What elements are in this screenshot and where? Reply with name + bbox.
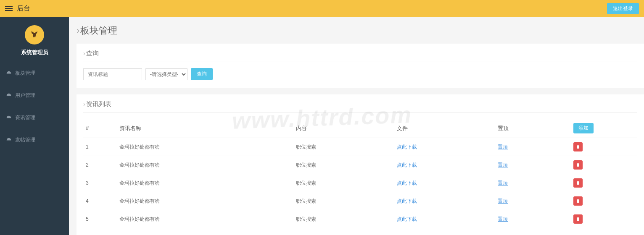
- cell-idx: 2: [83, 156, 117, 174]
- delete-button[interactable]: [573, 178, 583, 188]
- query-panel: ›查询 -请选择类型- 查询: [77, 44, 644, 88]
- cell-idx: 4: [83, 192, 117, 210]
- avatar: [25, 25, 44, 44]
- query-heading: ›查询: [83, 50, 637, 62]
- hamburger-icon[interactable]: [5, 6, 13, 11]
- add-button[interactable]: 添加: [573, 123, 594, 133]
- cell-action: [571, 192, 637, 210]
- cell-top: 置顶: [495, 210, 571, 228]
- delete-button[interactable]: [573, 214, 583, 224]
- page-title: ›板块管理: [77, 24, 644, 37]
- sidebar-item-label: 用户管理: [15, 92, 35, 99]
- cell-top: 置顶: [495, 156, 571, 174]
- sidebar-item-post[interactable]: 发帖管理: [0, 129, 69, 151]
- cell-content: 职位搜索: [293, 156, 394, 174]
- cell-action: [571, 156, 637, 174]
- cell-idx: 5: [83, 210, 117, 228]
- cell-action: [571, 210, 637, 228]
- trash-icon: [575, 144, 581, 149]
- dashboard-icon: [6, 115, 12, 121]
- cell-content: 职位搜索: [293, 138, 394, 156]
- cell-action: [571, 138, 637, 156]
- col-action: 添加: [571, 119, 637, 138]
- top-link[interactable]: 置顶: [498, 198, 508, 204]
- sidebar: 系统管理员 板块管理 用户管理 资讯管理 发帖管理: [0, 17, 69, 235]
- trash-icon: [575, 217, 581, 222]
- cell-idx: 3: [83, 174, 117, 192]
- cell-content: 职位搜索: [293, 174, 394, 192]
- delete-button[interactable]: [573, 196, 583, 206]
- cell-name: 金珂拉好处都有啥: [117, 174, 293, 192]
- table-row: 5金珂拉好处都有啥职位搜索点此下载置顶: [83, 210, 637, 228]
- cell-name: 金珂拉好处都有啥: [117, 138, 293, 156]
- main: ›板块管理 ›查询 -请选择类型- 查询 ›资讯列表 # 资讯名称 内容: [69, 17, 644, 235]
- top-link[interactable]: 置顶: [498, 162, 508, 168]
- cell-file: 点此下载: [394, 174, 495, 192]
- header-left: 后台: [5, 4, 30, 13]
- top-link[interactable]: 置顶: [498, 216, 508, 222]
- list-heading: ›资讯列表: [83, 100, 637, 113]
- sidebar-item-board[interactable]: 板块管理: [0, 62, 69, 84]
- download-link[interactable]: 点此下载: [397, 198, 417, 204]
- table-row: 2金珂拉好处都有啥职位搜索点此下载置顶: [83, 156, 637, 174]
- col-name: 资讯名称: [117, 119, 293, 138]
- table-header-row: # 资讯名称 内容 文件 置顶 添加: [83, 119, 637, 138]
- cell-top: 置顶: [495, 138, 571, 156]
- download-link[interactable]: 点此下载: [397, 216, 417, 222]
- cell-name: 金珂拉好处都有啥: [117, 210, 293, 228]
- dashboard-icon: [6, 137, 12, 143]
- cell-file: 点此下载: [394, 156, 495, 174]
- type-select[interactable]: -请选择类型-: [145, 68, 187, 80]
- download-link[interactable]: 点此下载: [397, 180, 417, 186]
- table-row: 4金珂拉好处都有啥职位搜索点此下载置顶: [83, 192, 637, 210]
- sidebar-item-label: 板块管理: [15, 70, 35, 77]
- dashboard-icon: [6, 70, 12, 76]
- download-link[interactable]: 点此下载: [397, 162, 417, 168]
- sidebar-item-news[interactable]: 资讯管理: [0, 107, 69, 129]
- header: 后台 退出登录: [0, 0, 644, 17]
- cell-idx: 1: [83, 138, 117, 156]
- app-title: 后台: [17, 4, 30, 13]
- delete-button[interactable]: [573, 142, 583, 151]
- col-top: 置顶: [495, 119, 571, 138]
- table-row: 3金珂拉好处都有啥职位搜索点此下载置顶: [83, 174, 637, 192]
- cell-content: 职位搜索: [293, 192, 394, 210]
- profile: 系统管理员: [0, 17, 69, 62]
- cell-file: 点此下载: [394, 210, 495, 228]
- delete-button[interactable]: [573, 160, 583, 170]
- top-link[interactable]: 置顶: [498, 180, 508, 186]
- top-link[interactable]: 置顶: [498, 144, 508, 150]
- col-idx: #: [83, 119, 117, 138]
- cell-file: 点此下载: [394, 138, 495, 156]
- username: 系统管理员: [0, 49, 69, 56]
- page-title-text: 板块管理: [80, 25, 117, 36]
- data-table: # 资讯名称 内容 文件 置顶 添加 1金珂拉好处都有啥职位搜索点此下载置顶2金…: [83, 119, 637, 228]
- cell-top: 置顶: [495, 174, 571, 192]
- cell-name: 金珂拉好处都有啥: [117, 156, 293, 174]
- dashboard-icon: [6, 93, 12, 99]
- search-input[interactable]: [83, 68, 142, 80]
- sidebar-item-label: 资讯管理: [15, 114, 35, 121]
- trash-icon: [575, 180, 581, 185]
- search-button[interactable]: 查询: [191, 68, 213, 80]
- col-file: 文件: [394, 119, 495, 138]
- sidebar-item-label: 发帖管理: [15, 136, 35, 144]
- list-panel: ›资讯列表 # 资讯名称 内容 文件 置顶 添加 1金珂拉好处都有啥职位搜索点此…: [77, 94, 644, 235]
- logout-button[interactable]: 退出登录: [607, 3, 639, 14]
- col-content: 内容: [293, 119, 394, 138]
- download-link[interactable]: 点此下载: [397, 144, 417, 150]
- cell-content: 职位搜索: [293, 210, 394, 228]
- trash-icon: [575, 162, 581, 167]
- cell-action: [571, 174, 637, 192]
- cell-name: 金珂拉好处都有啥: [117, 192, 293, 210]
- table-row: 1金珂拉好处都有啥职位搜索点此下载置顶: [83, 138, 637, 156]
- sidebar-item-user[interactable]: 用户管理: [0, 84, 69, 107]
- cell-top: 置顶: [495, 192, 571, 210]
- trash-icon: [575, 198, 581, 204]
- cell-file: 点此下载: [394, 192, 495, 210]
- search-row: -请选择类型- 查询: [83, 68, 637, 80]
- deer-icon: [29, 30, 40, 40]
